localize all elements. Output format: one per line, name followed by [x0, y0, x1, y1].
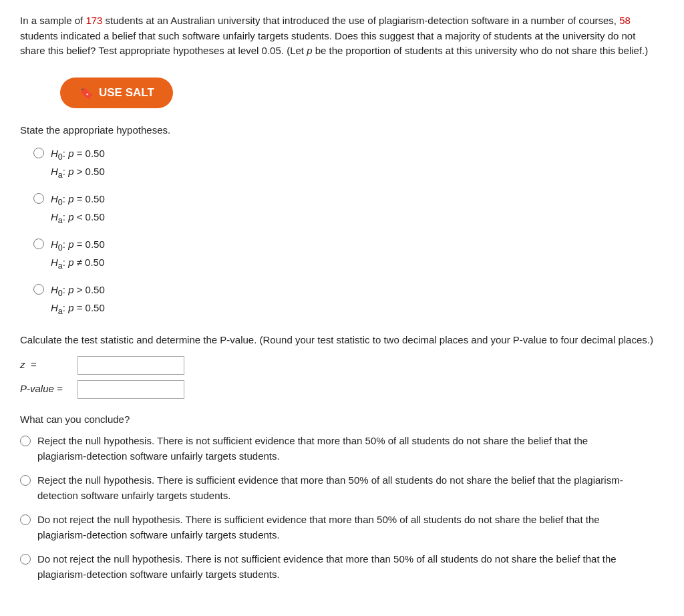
number-173: 173 [86, 15, 102, 26]
h0-line-3: H0: p = 0.50 [51, 237, 105, 255]
hypothesis-lines-4: H0: p > 0.50 Ha: p = 0.50 [51, 282, 105, 318]
hypothesis-radio-3[interactable] [33, 239, 44, 249]
p-value-input-row: P-value = [20, 380, 664, 399]
p-value-input[interactable] [77, 380, 184, 399]
z-input-row: z = [20, 356, 664, 375]
conclude-option-2: Reject the null hypothesis. There is suf… [20, 473, 664, 503]
conclude-radio-1[interactable] [20, 436, 31, 446]
h0-line-4: H0: p > 0.50 [51, 282, 105, 300]
intro-text-before-173: In a sample of [20, 15, 86, 26]
hypotheses-radio-group: H0: p = 0.50 Ha: p > 0.50 H0: p = 0.50 H… [33, 146, 664, 318]
hypothesis-radio-2[interactable] [33, 193, 44, 204]
hypothesis-lines-3: H0: p = 0.50 Ha: p ≠ 0.50 [51, 237, 105, 273]
use-salt-label: USE SALT [99, 86, 154, 100]
conclude-option-3: Do not reject the null hypothesis. There… [20, 512, 664, 543]
conclude-label: What can you conclude? [20, 412, 664, 428]
conclude-text-1: Reject the null hypothesis. There is not… [37, 434, 625, 464]
ha-line-1: Ha: p > 0.50 [51, 164, 105, 182]
ha-line-4: Ha: p = 0.50 [51, 300, 105, 318]
z-input[interactable] [77, 356, 184, 375]
hypothesis-option-2: H0: p = 0.50 Ha: p < 0.50 [33, 191, 664, 227]
use-salt-button[interactable]: 🔖 USE SALT [60, 78, 173, 108]
intro-paragraph: In a sample of 173 students at an Austra… [20, 13, 661, 59]
conclude-text-4: Do not reject the null hypothesis. There… [37, 552, 625, 582]
hypothesis-option-3: H0: p = 0.50 Ha: p ≠ 0.50 [33, 237, 664, 273]
hypotheses-section: State the appropriate hypotheses. H0: p … [20, 123, 664, 319]
conclude-text-2: Reject the null hypothesis. There is suf… [37, 473, 625, 503]
hypothesis-lines-1: H0: p = 0.50 Ha: p > 0.50 [51, 146, 105, 182]
h0-line-1: H0: p = 0.50 [51, 146, 105, 164]
hypothesis-radio-1[interactable] [33, 148, 44, 158]
ha-line-2: Ha: p < 0.50 [51, 209, 105, 227]
conclude-radio-4[interactable] [20, 554, 31, 565]
p-value-label: P-value = [20, 381, 73, 397]
hypotheses-label: State the appropriate hypotheses. [20, 123, 664, 138]
conclude-radio-2[interactable] [20, 475, 31, 486]
salt-icon: 🔖 [79, 86, 94, 100]
intro-text-end: be the proportion of students at this un… [313, 45, 649, 56]
number-58: 58 [619, 15, 631, 26]
calculate-label: Calculate the test statistic and determi… [20, 333, 664, 348]
hypothesis-radio-4[interactable] [33, 284, 44, 295]
hypothesis-option-1: H0: p = 0.50 Ha: p > 0.50 [33, 146, 664, 182]
h0-line-2: H0: p = 0.50 [51, 191, 105, 209]
intro-text-after-173: students at an Australian university tha… [102, 15, 619, 26]
conclude-option-4: Do not reject the null hypothesis. There… [20, 552, 664, 582]
conclude-text-3: Do not reject the null hypothesis. There… [37, 512, 625, 543]
calculate-section: Calculate the test statistic and determi… [20, 333, 664, 399]
hypothesis-option-4: H0: p > 0.50 Ha: p = 0.50 [33, 282, 664, 318]
conclude-radio-3[interactable] [20, 514, 31, 525]
conclude-section: What can you conclude? Reject the null h… [20, 412, 664, 583]
z-label: z = [20, 357, 73, 373]
conclude-option-1: Reject the null hypothesis. There is not… [20, 434, 664, 464]
hypothesis-lines-2: H0: p = 0.50 Ha: p < 0.50 [51, 191, 105, 227]
ha-line-3: Ha: p ≠ 0.50 [51, 255, 105, 273]
p-variable: p [307, 45, 312, 56]
